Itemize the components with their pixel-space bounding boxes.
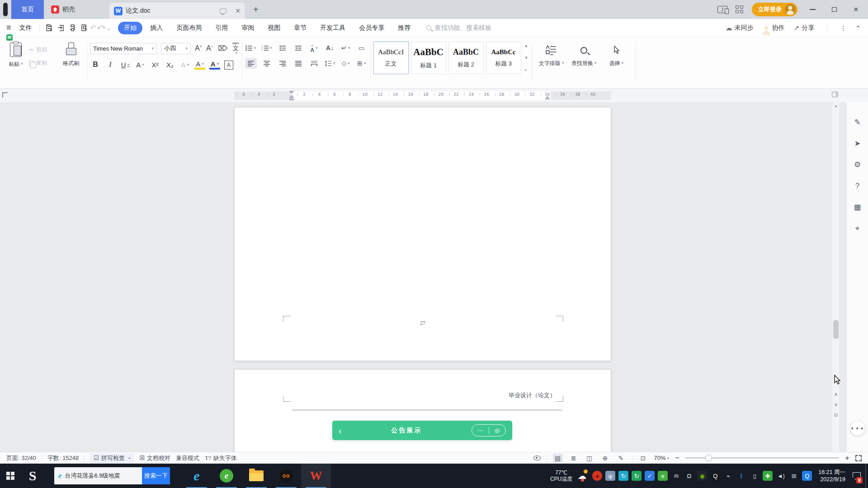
wps-assistant-icon[interactable]: [6, 34, 13, 41]
restore-button[interactable]: [827, 3, 841, 16]
sidebar-toggle-icon[interactable]: [832, 92, 838, 97]
help-icon[interactable]: ?: [855, 182, 859, 190]
text-layout-button[interactable]: 文字排版: [535, 41, 567, 88]
document-proofing-button[interactable]: ☒ 文档校对: [139, 454, 170, 462]
menu-tab-4[interactable]: 引用: [209, 22, 234, 34]
subscript-button[interactable]: X₂: [165, 59, 175, 70]
document-area[interactable]: 27 毕业设计（论文） ‹ 公告展示 ⋯ ◎ ▲ ∧ ∨ ⊙: [0, 102, 868, 452]
fit-page-icon[interactable]: ⊡: [638, 454, 648, 463]
qq-penguin-icon[interactable]: Q: [710, 471, 720, 481]
save-icon[interactable]: [43, 23, 55, 33]
decrease-font-button[interactable]: A−: [206, 44, 213, 52]
font-name-select[interactable]: Times New Roman: [90, 43, 157, 54]
taskbar-search-button[interactable]: 搜索一下: [142, 467, 170, 484]
align-right-button[interactable]: [277, 58, 288, 69]
fullscreen-icon[interactable]: [855, 455, 862, 461]
adjust-settings-icon[interactable]: ⚙: [854, 161, 861, 169]
page-setup-ruler-button[interactable]: ▭: [356, 42, 368, 53]
window-switch-icon[interactable]: 1: [717, 6, 727, 13]
home-tab[interactable]: 首页: [11, 0, 44, 19]
align-left-button[interactable]: [245, 58, 257, 69]
style-heading-3[interactable]: AaBbCc标题 3: [486, 42, 521, 74]
previous-page-icon[interactable]: ∧: [834, 391, 838, 397]
menu-tab-6[interactable]: 视图: [262, 22, 286, 34]
browser-green-tray-icon[interactable]: e: [658, 471, 668, 481]
app-grid-icon[interactable]: [736, 5, 744, 14]
announcement-banner[interactable]: ‹ 公告展示 ⋯ ◎: [332, 421, 512, 440]
style-gallery-down-icon[interactable]: ▼: [524, 56, 528, 60]
extract-image-icon[interactable]: ▦: [854, 203, 861, 211]
close-document-icon[interactable]: ✕: [235, 7, 241, 14]
zoom-in-icon[interactable]: +: [845, 454, 849, 462]
document-tab[interactable]: W 论文.doc ✕: [109, 3, 245, 19]
antivirus-plus-icon[interactable]: ✚: [763, 471, 773, 481]
navigation-icon[interactable]: ⌖: [855, 225, 860, 232]
first-line-indent-marker[interactable]: [289, 91, 294, 94]
menu-tab-1[interactable]: 开始: [118, 22, 142, 34]
shading-button[interactable]: ◇: [340, 58, 352, 69]
right-indent-marker[interactable]: [545, 96, 550, 99]
tab-list-handle[interactable]: [3, 3, 8, 16]
menu-tab-3[interactable]: 页面布局: [170, 22, 208, 34]
display-switch-icon[interactable]: ⊞: [789, 471, 799, 481]
clear-format-button[interactable]: ⌦: [217, 43, 228, 54]
more-tools-button[interactable]: • • •: [850, 421, 865, 436]
hanging-indent-marker[interactable]: [289, 95, 294, 98]
more-menu-icon[interactable]: ⋮: [840, 24, 846, 32]
banner-more-icon[interactable]: ⋯: [472, 427, 489, 433]
numbered-list-button[interactable]: [261, 42, 273, 53]
paste-button[interactable]: 粘贴: [3, 41, 29, 88]
select-tool-icon[interactable]: ➤: [854, 140, 860, 147]
spell-check-toggle[interactable]: ☑ 拼写检查: [90, 453, 134, 463]
driver-sync-icon[interactable]: ↻: [618, 471, 628, 481]
style-normal[interactable]: AaBbCcI正文: [373, 42, 409, 74]
line-spacing-button[interactable]: [324, 58, 336, 69]
next-page-icon[interactable]: ∨: [834, 402, 838, 408]
text-direction-button[interactable]: A↓: [324, 42, 336, 53]
share-button[interactable]: ↗ 分享: [794, 24, 815, 32]
sync-status[interactable]: ☁ 未同步: [726, 24, 754, 32]
login-button[interactable]: 立即登录: [752, 3, 797, 16]
find-replace-button[interactable]: 查找替换: [567, 41, 600, 88]
menu-tab-5[interactable]: 审阅: [236, 22, 260, 34]
security-shield-icon[interactable]: ✓: [645, 471, 655, 481]
superscript-button[interactable]: X²: [150, 59, 160, 70]
docer-tab[interactable]: 稻壳: [44, 0, 82, 19]
highlight-color-button[interactable]: A: [194, 60, 205, 70]
zoom-level[interactable]: 70%: [654, 455, 670, 461]
taskbar-clock[interactable]: 16:21 周一2022/9/19: [818, 469, 845, 483]
align-center-button[interactable]: [261, 58, 273, 69]
style-heading-1[interactable]: AaBbC标题 1: [411, 42, 446, 74]
wordart-button[interactable]: A: [179, 59, 190, 70]
power-plug-icon[interactable]: ⌁: [723, 471, 733, 481]
font-color-button[interactable]: A: [209, 60, 220, 70]
new-tab-button[interactable]: +: [253, 5, 259, 15]
outline-view-icon[interactable]: ≣: [569, 454, 579, 463]
minimize-button[interactable]: [806, 3, 819, 16]
scroll-up-icon[interactable]: ▲: [832, 104, 840, 108]
character-border-button[interactable]: A: [224, 61, 233, 70]
justify-button[interactable]: [292, 58, 304, 69]
character-scale-button[interactable]: ↔A: [308, 42, 320, 53]
start-button[interactable]: [0, 464, 21, 488]
decrease-indent-button[interactable]: [277, 42, 288, 53]
banner-close-icon[interactable]: ◎: [489, 427, 506, 433]
ink-view-icon[interactable]: ✎: [616, 454, 626, 463]
zoom-out-icon[interactable]: −: [675, 454, 679, 462]
browse-object-icon[interactable]: ⊙: [834, 412, 838, 418]
distribute-button[interactable]: [308, 58, 320, 69]
nvidia-icon[interactable]: ◉: [697, 471, 707, 481]
format-painter-button[interactable]: 格式刷: [58, 41, 84, 88]
print-icon[interactable]: [67, 23, 79, 33]
web-view-icon[interactable]: ⊕: [600, 454, 610, 463]
redo-button[interactable]: ↷: [99, 23, 105, 32]
sogou-input-icon[interactable]: S: [21, 464, 44, 488]
bluetooth-icon[interactable]: ᛒ: [736, 471, 746, 481]
tab-selector-icon[interactable]: [2, 92, 8, 98]
style-gallery-up-icon[interactable]: ▲: [524, 43, 528, 48]
select-button[interactable]: 选择: [600, 41, 632, 88]
banner-back-icon[interactable]: ‹: [339, 426, 342, 435]
menu-tab-7[interactable]: 章节: [288, 22, 312, 34]
close-window-button[interactable]: ✕: [849, 3, 863, 16]
menu-tab-10[interactable]: 推荐: [392, 22, 416, 34]
